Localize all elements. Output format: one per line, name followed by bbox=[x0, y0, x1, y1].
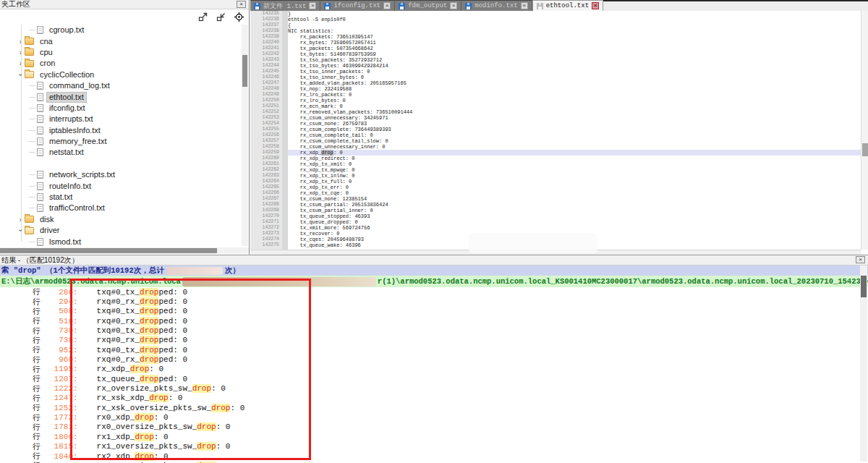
workspace-vertical-scrollbar[interactable] bbox=[242, 25, 248, 246]
tree-item-cpu[interactable]: ›cpu bbox=[0, 47, 240, 58]
scrollbar-thumb[interactable] bbox=[0, 248, 217, 253]
tab-close-icon[interactable]: × bbox=[309, 2, 316, 9]
result-line-number: 1781 bbox=[43, 422, 73, 431]
tab-ethtool-txt[interactable]: ethtool.txt× bbox=[532, 0, 603, 11]
result-row[interactable]: 行1195:rx_xdp_drop: 0 bbox=[0, 365, 859, 374]
tree-item-redacted[interactable] bbox=[0, 158, 240, 169]
result-row[interactable]: 行1772:rx0_xdp_drop: 0 bbox=[0, 412, 859, 422]
tab-close-icon[interactable]: × bbox=[521, 2, 528, 9]
code-line: rx_xdp_tx_err: 0 bbox=[288, 184, 861, 190]
tree-item-trafficcontrol-txt[interactable]: trafficControl.txt bbox=[0, 203, 240, 213]
tree-item-ifconfig-txt[interactable]: ifconfig.txt bbox=[0, 103, 240, 114]
results-vertical-scrollbar[interactable] bbox=[860, 266, 867, 462]
results-close-icon[interactable]: × bbox=[856, 256, 865, 263]
result-row[interactable]: 行1252:rx_xsk_oversize_pkts_sw_drop: 0 bbox=[0, 403, 859, 412]
tree-item-cna[interactable]: ›cna bbox=[0, 35, 240, 46]
editor-text-area[interactable]: }ethtool -S enp1s0f0{NIC statistics: rx_… bbox=[288, 11, 861, 250]
result-row[interactable]: 行294:rxq#0_rx_dropped: 0 bbox=[0, 297, 859, 306]
result-line-number: 1815 bbox=[43, 442, 73, 451]
result-row[interactable]: 行1247:rx_xsk_xdp_drop: 0 bbox=[0, 394, 859, 403]
tab-ifconfig-txt[interactable]: ifconfig.txt× bbox=[320, 0, 395, 11]
result-row[interactable]: 行508:txq#0_tx_dropped: 0 bbox=[0, 307, 859, 316]
expand-all-icon[interactable] bbox=[197, 12, 208, 22]
result-row[interactable]: 行286:txq#0_tx_dropped: 0 bbox=[0, 287, 859, 297]
result-row[interactable]: 行1207:tx_queue_dropped: 0 bbox=[0, 374, 859, 383]
tab-fdm_output[interactable]: fdm_output× bbox=[395, 0, 461, 11]
tree-item-cycliccollection[interactable]: ›cyclicCollection bbox=[0, 69, 240, 80]
tab-close-icon[interactable]: × bbox=[450, 2, 457, 9]
line-number-gutter: 1422351422361422371422381422391422401422… bbox=[250, 11, 282, 250]
tree-item-memory_free-txt[interactable]: memory_free.txt bbox=[0, 136, 240, 147]
result-row[interactable]: 行516:rxq#0_rx_dropped: 0 bbox=[0, 316, 859, 326]
result-text: rx_oversize_pkts_sw_drop: 0 bbox=[97, 384, 226, 393]
tree-item-cron[interactable]: ›cron bbox=[0, 58, 240, 69]
tree-item-disk[interactable]: ›disk bbox=[0, 214, 240, 225]
result-colon: : bbox=[73, 394, 78, 402]
code-line: rx_csum_complete: 736449389393 bbox=[288, 127, 861, 132]
result-colon: : bbox=[73, 452, 78, 461]
scrollbar-thumb[interactable] bbox=[242, 55, 247, 87]
chevron-down-icon[interactable]: › bbox=[17, 71, 25, 79]
line-number: 142246 bbox=[250, 75, 279, 80]
tree-item-lsmod-txt[interactable]: lsmod.txt bbox=[0, 236, 240, 247]
tree-item-interrupts-txt[interactable]: interrupts.txt bbox=[0, 114, 240, 124]
tree-item-routeinfo-txt[interactable]: routeInfo.txt bbox=[0, 180, 240, 191]
result-row[interactable]: 行952:txq#0_tx_dropped: 0 bbox=[0, 345, 859, 354]
tree-item-label: cpu bbox=[38, 48, 55, 57]
tab-label: ifconfig.txt bbox=[333, 2, 380, 9]
result-row[interactable]: 行738:rxq#0_rx_dropped: 0 bbox=[0, 336, 859, 345]
tree-item-network_scripts-txt[interactable]: network_scripts.txt bbox=[0, 169, 240, 180]
tree-item-driver[interactable]: ›driver bbox=[0, 225, 240, 236]
search-summary-line[interactable]: 索 "drop" （1个文件中匹配到10192次，总计 次） bbox=[0, 266, 868, 276]
tree-item-stat-txt[interactable]: stat.txt bbox=[0, 192, 240, 203]
tree-item-ethtool-txt[interactable]: ethtool.txt bbox=[0, 91, 240, 102]
result-row[interactable]: 行1840:rx2_xdp_drop: 0 bbox=[0, 451, 859, 461]
scrollbar-thumb[interactable] bbox=[862, 143, 868, 156]
editor-pane[interactable]: 新文件 1.txt×ifconfig.txt×fdm_output×modinf… bbox=[250, 0, 868, 255]
editor-vertical-scrollbar[interactable] bbox=[861, 11, 868, 250]
folder-icon bbox=[25, 48, 34, 56]
file-icon bbox=[37, 171, 43, 179]
code-line: NIC statistics: bbox=[288, 28, 861, 34]
result-row[interactable]: 行1781:rx0_oversize_pkts_sw_drop: 0 bbox=[0, 422, 859, 432]
folder-icon bbox=[25, 38, 34, 45]
tab-close-icon[interactable]: × bbox=[592, 2, 599, 9]
workspace-close-icon[interactable]: × bbox=[237, 1, 246, 8]
workspace-panel-titlebar: 夹工作区 × bbox=[0, 0, 249, 9]
match-highlight: drop bbox=[140, 307, 158, 315]
result-colon: : bbox=[73, 384, 78, 393]
tree-item-iptablesinfo-txt[interactable]: iptablesInfo.txt bbox=[0, 125, 240, 136]
result-colon: : bbox=[73, 433, 78, 441]
result-row[interactable]: 行730:txq#0_tx_dropped: 0 bbox=[0, 326, 859, 335]
chevron-down-icon[interactable]: › bbox=[17, 226, 25, 234]
result-row[interactable]: 行960:rxq#0_rx_dropped: 0 bbox=[0, 354, 859, 364]
tree-item-netstat-txt[interactable]: netstat.txt bbox=[0, 147, 240, 158]
scrollbar-thumb[interactable] bbox=[861, 276, 867, 297]
line-number: 142252 bbox=[250, 109, 279, 115]
tab-modinfo-txt[interactable]: modinfo.txt× bbox=[461, 0, 532, 11]
line-number: 142251 bbox=[250, 103, 279, 109]
collapse-all-icon[interactable] bbox=[216, 12, 226, 22]
line-number: 142268 bbox=[250, 202, 279, 208]
search-summary-suffix: 次） bbox=[225, 266, 240, 276]
tree-item-label: interrupts.txt bbox=[47, 114, 95, 124]
tab-label: modinfo.txt bbox=[475, 2, 517, 9]
tab--1-txt[interactable]: 新文件 1.txt× bbox=[250, 0, 320, 11]
line-number: 142260 bbox=[250, 156, 279, 161]
result-colon: : bbox=[73, 413, 78, 422]
locate-current-file-icon[interactable] bbox=[234, 12, 244, 22]
line-number: 142243 bbox=[250, 57, 279, 63]
tree-item-cgroup-txt[interactable]: cgroup.txt bbox=[0, 25, 240, 35]
result-row[interactable]: 行1815:rx1_oversize_pkts_sw_drop: 0 bbox=[0, 442, 859, 451]
result-file-path-line[interactable]: E:\日志\armod0523.odata.ncmp.unicom.loca r… bbox=[0, 276, 868, 287]
result-row[interactable]: 行1806:rx1_xdp_drop: 0 bbox=[0, 432, 859, 441]
workspace-horizontal-scrollbar[interactable] bbox=[0, 247, 249, 254]
tree-item-command_log-txt[interactable]: command_log.txt bbox=[0, 80, 240, 91]
result-colon: : bbox=[73, 317, 78, 326]
match-highlight: drop bbox=[211, 404, 230, 412]
line-number: 142259 bbox=[250, 150, 279, 156]
result-row[interactable]: 行1222:rx_oversize_pkts_sw_drop: 0 bbox=[0, 383, 859, 393]
tree-item-label: driver bbox=[38, 226, 62, 235]
line-number: 142242 bbox=[250, 51, 279, 57]
tab-close-icon[interactable]: × bbox=[383, 2, 391, 9]
